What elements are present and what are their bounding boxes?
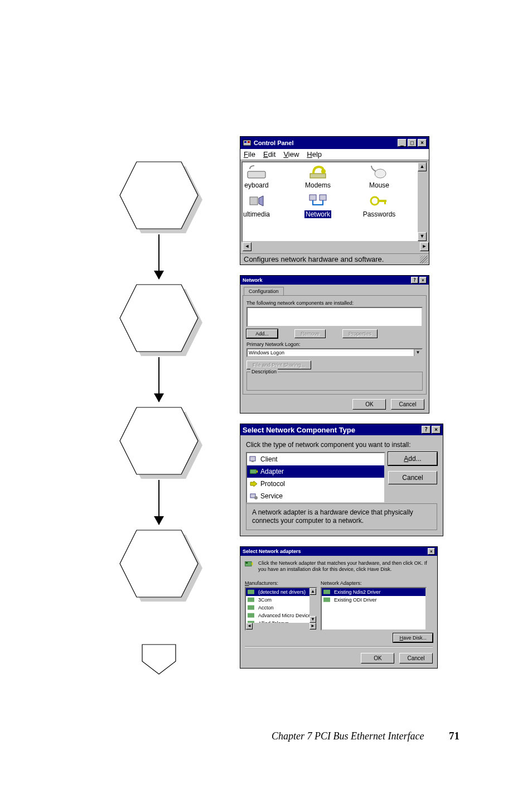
- horizontal-scrollbar[interactable]: ◄ ►: [243, 242, 429, 251]
- list-item[interactable]: Advanced Micro Device: [246, 612, 316, 619]
- window-title: Select Network Component Type: [243, 426, 422, 434]
- scroll-right-button[interactable]: ►: [420, 242, 429, 251]
- cp-label: eyboard: [244, 181, 268, 189]
- list-item[interactable]: (detected net drivers): [246, 588, 316, 596]
- chapter-title: Chapter 7 PCI Bus Ethernet Interface: [272, 730, 424, 742]
- flow-hex-2: [103, 279, 215, 357]
- maximize-button[interactable]: □: [408, 139, 417, 147]
- scroll-right-button[interactable]: ►: [309, 623, 316, 629]
- ok-button[interactable]: OK: [352, 399, 386, 410]
- close-button[interactable]: ×: [428, 548, 435, 555]
- titlebar[interactable]: Select Network adapters ×: [240, 547, 437, 556]
- adapters-label: Network Adapters:: [321, 580, 433, 586]
- svg-rect-27: [323, 590, 330, 594]
- svg-rect-23: [248, 598, 254, 602]
- close-button[interactable]: ×: [419, 277, 427, 283]
- primary-logon-label: Primary Network Logon:: [246, 342, 423, 347]
- adapter-icon: [248, 588, 257, 596]
- list-item[interactable]: Existing ODI Driver: [322, 596, 425, 604]
- adapter-icon: [248, 596, 257, 604]
- manufacturers-label: Manufacturers:: [245, 580, 317, 586]
- list-item-client[interactable]: Client: [247, 453, 384, 465]
- cp-item-keyboard[interactable]: eyboard: [241, 164, 287, 189]
- menu-view[interactable]: View: [283, 150, 299, 158]
- properties-button[interactable]: Properties: [342, 329, 378, 338]
- scroll-down-button[interactable]: ▼: [309, 616, 316, 623]
- component-type-list[interactable]: Client Adapter Protocol Service: [246, 452, 385, 503]
- control-panel-icon: [243, 138, 252, 147]
- cancel-button[interactable]: Cancel: [399, 653, 433, 664]
- description-text: A network adapter is a hardware device t…: [246, 503, 437, 530]
- cp-item-modems[interactable]: Modems: [287, 164, 349, 189]
- modem-icon: [308, 164, 328, 180]
- cp-item-passwords[interactable]: Passwords: [349, 193, 410, 218]
- dropdown-icon[interactable]: ▼: [414, 349, 422, 356]
- scroll-up-button[interactable]: ▲: [309, 588, 316, 595]
- vertical-scrollbar[interactable]: ▲ ▼: [418, 162, 427, 241]
- adapter-icon: [323, 596, 332, 604]
- close-button[interactable]: ×: [432, 426, 441, 434]
- help-button[interactable]: ?: [411, 277, 418, 283]
- svg-rect-15: [250, 469, 257, 474]
- list-item-protocol[interactable]: Protocol: [247, 478, 384, 490]
- minimize-button[interactable]: _: [398, 139, 407, 147]
- manufacturers-list[interactable]: (detected net drivers) 3Com Accton Advan…: [245, 587, 317, 631]
- scroll-up-button[interactable]: ▲: [418, 162, 427, 171]
- titlebar[interactable]: Network ? ×: [240, 276, 429, 285]
- horizontal-scrollbar[interactable]: ◄►: [246, 623, 316, 629]
- list-item[interactable]: 3Com: [246, 596, 316, 604]
- adapters-list[interactable]: Existing Ndis2 Driver Existing ODI Drive…: [321, 587, 427, 631]
- control-panel-body: eyboard Modems Mouse ultimedia: [241, 161, 428, 242]
- combo-value: Windows Logon: [249, 350, 284, 355]
- cp-label: Mouse: [369, 181, 389, 189]
- add-button[interactable]: Add...: [388, 452, 437, 465]
- mouse-icon: [369, 164, 389, 180]
- menubar[interactable]: File Edit View Help: [240, 149, 429, 160]
- add-button[interactable]: Add...: [246, 329, 278, 338]
- prompt-text: Click the type of network component you …: [246, 441, 437, 449]
- tab-page: The following network components are ins…: [243, 295, 427, 395]
- flow-hex-3: [103, 402, 215, 480]
- scroll-left-button[interactable]: ◄: [246, 623, 253, 629]
- flow-arrow: [158, 234, 159, 279]
- svg-rect-1: [244, 141, 246, 143]
- file-print-sharing-button[interactable]: File and Print Sharing...: [246, 360, 311, 369]
- adapter-large-icon: [245, 560, 254, 574]
- list-item-service[interactable]: Service: [247, 490, 384, 502]
- primary-logon-combo[interactable]: Windows Logon ▼: [246, 348, 423, 357]
- cancel-button[interactable]: Cancel: [391, 399, 424, 410]
- cp-item-multimedia[interactable]: ultimedia: [241, 193, 287, 218]
- svg-rect-21: [246, 562, 248, 563]
- help-button[interactable]: ?: [422, 426, 431, 434]
- menu-help[interactable]: Help: [307, 150, 322, 158]
- tab-configuration[interactable]: Configuration: [244, 287, 284, 295]
- ok-button[interactable]: OK: [361, 653, 394, 664]
- components-list[interactable]: [246, 307, 423, 327]
- resize-grip[interactable]: [420, 256, 428, 263]
- svg-rect-24: [248, 605, 254, 610]
- menu-edit[interactable]: Edit: [263, 150, 275, 158]
- scroll-track[interactable]: [418, 171, 427, 232]
- cp-label: Passwords: [363, 210, 396, 218]
- client-icon: [249, 455, 258, 463]
- svg-rect-22: [248, 590, 254, 594]
- list-item[interactable]: Existing Ndis2 Driver: [322, 588, 425, 596]
- scroll-left-button[interactable]: ◄: [243, 242, 252, 251]
- adapter-icon: [323, 588, 332, 596]
- cp-item-network[interactable]: Network: [287, 193, 349, 218]
- have-disk-button[interactable]: Have Disk...: [393, 633, 433, 642]
- list-item[interactable]: Accton: [246, 604, 316, 612]
- page-number: 71: [449, 730, 460, 742]
- titlebar[interactable]: Select Network Component Type ? ×: [240, 424, 443, 435]
- titlebar[interactable]: Control Panel _ □ ×: [240, 137, 429, 149]
- scroll-track[interactable]: [252, 242, 420, 251]
- cp-item-mouse[interactable]: Mouse: [349, 164, 410, 189]
- scroll-down-button[interactable]: ▼: [418, 232, 427, 241]
- list-item-adapter[interactable]: Adapter: [247, 465, 384, 478]
- cancel-button[interactable]: Cancel: [388, 471, 437, 484]
- svg-rect-14: [252, 461, 254, 462]
- close-button[interactable]: ×: [418, 139, 427, 147]
- vertical-scrollbar[interactable]: ▲▼: [309, 588, 316, 623]
- remove-button[interactable]: Remove: [294, 329, 326, 338]
- menu-file[interactable]: File: [244, 150, 255, 158]
